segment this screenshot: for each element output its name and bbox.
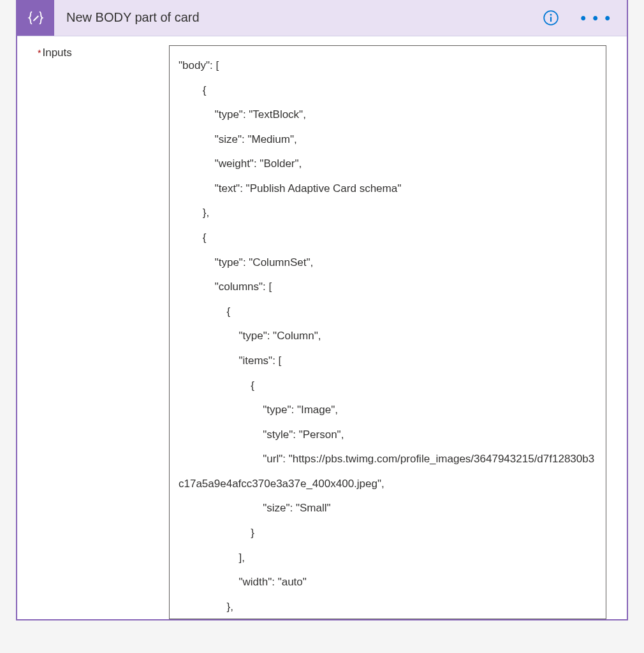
info-button[interactable] — [542, 9, 560, 27]
svg-point-1 — [550, 13, 552, 15]
header-actions: • • • — [527, 0, 627, 36]
action-card: New BODY part of card • • • *Inputs "bod… — [16, 0, 628, 620]
action-title[interactable]: New BODY part of card — [54, 0, 527, 36]
required-indicator: * — [38, 48, 41, 58]
info-icon — [543, 10, 559, 26]
svg-rect-2 — [550, 17, 552, 22]
action-type-icon-box — [17, 0, 54, 36]
more-menu-button[interactable]: • • • — [580, 9, 611, 27]
inputs-code-editor[interactable]: "body": [ { "type": "TextBlock", "size":… — [169, 45, 606, 619]
card-body: *Inputs "body": [ { "type": "TextBlock",… — [17, 36, 627, 619]
ellipsis-icon: • • • — [580, 9, 611, 26]
field-label-column: *Inputs — [38, 45, 163, 619]
field-input-column: "body": [ { "type": "TextBlock", "size":… — [169, 45, 606, 619]
braces-edit-icon — [27, 9, 45, 27]
inputs-label: Inputs — [42, 47, 71, 59]
card-header: New BODY part of card • • • — [17, 0, 627, 36]
